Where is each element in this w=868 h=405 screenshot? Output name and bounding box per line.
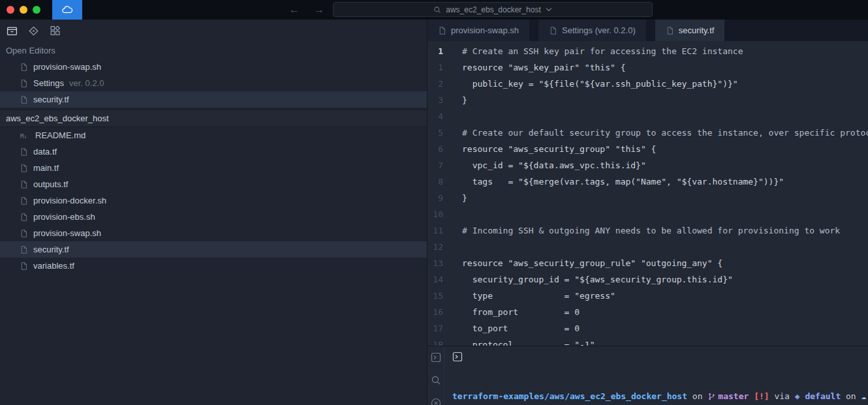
- file-icon: [20, 180, 28, 189]
- tree-file-item[interactable]: provision-swap.sh: [0, 225, 427, 241]
- code-line[interactable]: 6resource "aws_security_group" "this" {: [427, 141, 868, 157]
- code-text: resource "aws_key_pair" "this" {: [443, 59, 625, 76]
- file-label: data.tf: [33, 147, 57, 157]
- terminal-prompt: terraform-examples/aws/aws_ec2_ebs_docke…: [452, 391, 868, 401]
- close-circle-icon[interactable]: [431, 398, 441, 405]
- line-number: 13: [427, 255, 443, 271]
- code-line[interactable]: 15 type = "egress": [427, 288, 868, 304]
- code-text: from_port = 0: [443, 304, 580, 320]
- prompt-segment: via: [769, 391, 795, 401]
- code-text: # Create an SSH key pair for accessing t…: [443, 43, 743, 59]
- line-number: 8: [427, 173, 443, 190]
- panel-icon-strip: [427, 346, 444, 405]
- code-line[interactable]: 3}: [427, 92, 868, 108]
- explorer-icon[interactable]: [7, 25, 18, 37]
- prompt-segment: on: [841, 391, 861, 401]
- code-line[interactable]: 4: [427, 108, 868, 125]
- file-tree: M↓README.mddata.tfmain.tfoutputs.tfprovi…: [0, 127, 427, 274]
- code-text: [443, 206, 462, 222]
- terminal-tab-icon[interactable]: [452, 352, 463, 362]
- code-area[interactable]: 1# Create an SSH key pair for accessing …: [427, 41, 868, 346]
- code-line[interactable]: 14 security_group_id = "${aws_security_g…: [427, 271, 868, 288]
- file-icon: [20, 164, 28, 173]
- traffic-lights: [0, 6, 40, 14]
- file-label: security.tf: [33, 95, 69, 104]
- search-value: aws_ec2_ebs_docker_host: [446, 5, 540, 14]
- prompt-segment: ☁: [861, 391, 867, 401]
- code-line[interactable]: 2 public_key = "${file("${var.ssh_public…: [427, 76, 868, 92]
- tree-file-item[interactable]: M↓README.md: [0, 127, 427, 143]
- tree-file-item[interactable]: outputs.tf: [0, 176, 427, 192]
- line-number: 6: [427, 141, 443, 157]
- open-editors-list: provision-swap.shSettingsver. 0.2.0secur…: [0, 59, 427, 108]
- code-text: [443, 239, 462, 255]
- code-line[interactable]: 8 tags = "${merge(var.tags, map("Name", …: [427, 173, 868, 190]
- code-line[interactable]: 1# Create an SSH key pair for accessing …: [427, 43, 868, 59]
- file-label: provision-swap.sh: [33, 228, 101, 238]
- file-label: outputs.tf: [33, 179, 68, 189]
- file-icon: [20, 245, 28, 254]
- terminal-icon[interactable]: [431, 352, 441, 363]
- code-line[interactable]: 9}: [427, 190, 868, 206]
- code-line[interactable]: 10: [427, 206, 868, 222]
- line-number: 12: [427, 239, 443, 255]
- source-control-icon[interactable]: [28, 25, 39, 37]
- forward-button[interactable]: →: [314, 3, 324, 17]
- file-icon: [20, 196, 28, 205]
- line-number: 5: [427, 125, 443, 141]
- tree-root-header[interactable]: aws_ec2_ebs_docker_host: [0, 110, 427, 127]
- tree-file-item[interactable]: data.tf: [0, 143, 427, 160]
- window-search-box[interactable]: aws_ec2_ebs_docker_host: [333, 2, 653, 17]
- open-editors-header: Open Editors: [0, 41, 427, 59]
- editor-column: provision-swap.shSettings (ver. 0.2.0)se…: [427, 20, 868, 405]
- extensions-icon[interactable]: [50, 25, 61, 37]
- file-label: README.md: [35, 130, 85, 140]
- code-line[interactable]: 1resource "aws_key_pair" "this" {: [427, 59, 868, 76]
- cloud-app-icon[interactable]: [52, 0, 82, 20]
- file-label: security.tf: [33, 245, 69, 254]
- close-window-button[interactable]: [7, 6, 14, 14]
- svg-text:M↓: M↓: [20, 132, 27, 139]
- code-line[interactable]: 12: [427, 239, 868, 255]
- editor-tab[interactable]: provision-swap.sh: [427, 20, 529, 41]
- editor-tab[interactable]: Settings (ver. 0.2.0): [538, 20, 646, 41]
- line-number: 15: [427, 288, 443, 304]
- code-text: protocol = "-1": [443, 337, 595, 346]
- code-line[interactable]: 18 protocol = "-1": [427, 337, 868, 346]
- line-number: 14: [427, 271, 443, 288]
- file-icon: [666, 26, 674, 35]
- code-line[interactable]: 11# Incoming SSH & outgoing ANY needs to…: [427, 222, 868, 239]
- search-icon[interactable]: [431, 375, 441, 385]
- line-number: 16: [427, 304, 443, 320]
- code-text: # Incoming SSH & outgoing ANY needs to b…: [443, 222, 840, 239]
- code-text: }: [443, 190, 467, 206]
- terminal-pane[interactable]: terraform-examples/aws/aws_ec2_ebs_docke…: [444, 346, 868, 405]
- code-text: tags = "${merge(var.tags, map("Name", "$…: [443, 173, 784, 190]
- editor-tab[interactable]: security.tf: [655, 20, 725, 41]
- code-line[interactable]: 7 vpc_id = "${data.aws_vpc.this.id}": [427, 157, 868, 173]
- file-label: Settings: [33, 78, 64, 88]
- code-text: type = "egress": [443, 288, 615, 304]
- tree-file-item[interactable]: security.tf: [0, 241, 427, 258]
- code-text: vpc_id = "${data.aws_vpc.this.id}": [443, 157, 646, 173]
- tree-file-item[interactable]: variables.tf: [0, 258, 427, 274]
- file-icon: [20, 213, 28, 222]
- code-line[interactable]: 17 to_port = 0: [427, 320, 868, 337]
- file-label: variables.tf: [33, 261, 74, 271]
- back-button[interactable]: ←: [289, 3, 300, 17]
- open-editor-item[interactable]: security.tf: [0, 91, 427, 108]
- line-number: 10: [427, 206, 443, 222]
- code-line[interactable]: 16 from_port = 0: [427, 304, 868, 320]
- chevron-down-icon: [546, 7, 552, 12]
- prompt-segment: master: [718, 391, 749, 401]
- open-editor-item[interactable]: Settingsver. 0.2.0: [0, 75, 427, 91]
- open-editor-item[interactable]: provision-swap.sh: [0, 59, 427, 75]
- tab-label: Settings (ver. 0.2.0): [562, 25, 636, 35]
- code-line[interactable]: 13resource "aws_security_group_rule" "ou…: [427, 255, 868, 271]
- tree-file-item[interactable]: provision-ebs.sh: [0, 209, 427, 225]
- tree-file-item[interactable]: main.tf: [0, 160, 427, 176]
- tree-file-item[interactable]: provision-docker.sh: [0, 192, 427, 209]
- code-line[interactable]: 5# Create our default security group to …: [427, 125, 868, 141]
- minimize-window-button[interactable]: [20, 6, 27, 14]
- zoom-window-button[interactable]: [33, 6, 40, 14]
